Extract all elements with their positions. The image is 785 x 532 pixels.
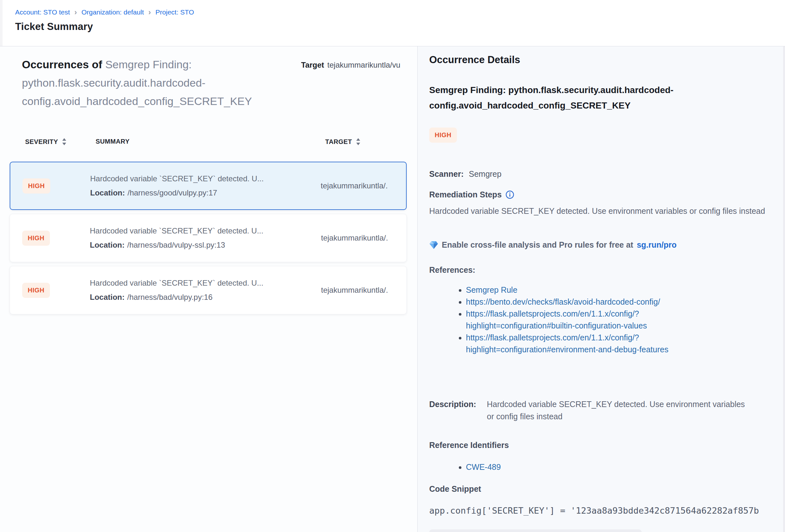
chevron-right-icon: ›	[148, 8, 152, 16]
severity-badge: HIGH	[23, 178, 50, 194]
left-edge-strip	[0, 0, 3, 46]
code-snippet-heading: Code Snippet	[429, 484, 481, 494]
finding-row[interactable]: HIGH Hardcoded variable `SECRET_KEY` det…	[10, 214, 407, 262]
gem-icon	[429, 241, 438, 249]
list-item: CWE-489	[466, 461, 501, 473]
details-finding-title: Semgrep Finding: python.flask.security.a…	[429, 82, 720, 113]
list-item: https://flask.palletsprojects.com/en/1.1…	[466, 308, 687, 332]
severity-cell: HIGH	[10, 231, 90, 246]
vertical-scrollbar[interactable]	[783, 46, 785, 532]
description-label: Description:	[429, 398, 478, 423]
sort-arrows-icon[interactable]	[356, 138, 361, 146]
breadcrumb-project[interactable]: Project: STO	[155, 8, 194, 16]
finding-row[interactable]: HIGH Hardcoded variable `SECRET_KEY` det…	[10, 266, 407, 314]
finding-summary: Hardcoded variable `SECRET_KEY` detected…	[90, 226, 321, 235]
list-item: Semgrep Rule	[466, 284, 687, 296]
details-heading: Occurrence Details	[429, 54, 520, 66]
column-label: SUMMARY	[96, 138, 129, 145]
finding-location: Location:/harness/good/vulpy.py:17	[90, 188, 321, 197]
page-title: Ticket Summary	[15, 21, 785, 32]
reference-link[interactable]: https://bento.dev/checks/flask/avoid-har…	[466, 297, 660, 306]
target-summary: Targettejakummarikuntla/vu	[301, 60, 417, 70]
info-circle-icon[interactable]	[506, 190, 514, 199]
breadcrumb: Account: STO test › Organization: defaul…	[15, 8, 785, 16]
references-list: Semgrep Rule https://bento.dev/checks/fl…	[429, 284, 687, 356]
occurrences-panel: Occurrences of Semgrep Finding: python.f…	[0, 46, 417, 532]
page-header: Account: STO test › Organization: defaul…	[0, 0, 785, 46]
remediation-steps-label: Remediation Steps	[429, 190, 502, 199]
location-label: Location:	[90, 240, 125, 249]
scanner-label: Scanner:	[429, 169, 464, 178]
summary-cell: Hardcoded variable `SECRET_KEY` detected…	[90, 174, 321, 197]
column-header-summary[interactable]: SUMMARY	[96, 138, 129, 145]
code-block-edge	[429, 529, 642, 532]
column-label: TARGET	[325, 138, 352, 146]
column-header-target[interactable]: TARGET	[325, 138, 361, 146]
target-cell: tejakummarikuntla/.	[321, 181, 406, 190]
location-value: /harness/bad/vulpy.py:16	[127, 293, 212, 301]
severity-badge: HIGH	[22, 283, 50, 298]
severity-cell: HIGH	[10, 283, 90, 298]
description-text: Hardcoded variable SECRET_KEY detected. …	[487, 398, 749, 423]
target-cell: tejakummarikuntla/.	[321, 286, 406, 295]
details-severity: HIGH	[429, 128, 457, 143]
pro-rules-promo: Enable cross-file analysis and Pro rules…	[429, 240, 677, 250]
remediation-text: Hardcoded variable SECRET_KEY detected. …	[429, 205, 782, 217]
target-value: tejakummarikuntla/vu	[327, 60, 401, 69]
cwe-link[interactable]: CWE-489	[466, 462, 501, 472]
reference-link[interactable]: Semgrep Rule	[466, 285, 517, 294]
location-label: Location:	[90, 188, 125, 197]
severity-cell: HIGH	[10, 178, 90, 194]
reference-identifiers-heading: Reference Identifiers	[429, 440, 509, 450]
list-item: https://bento.dev/checks/flask/avoid-har…	[466, 296, 687, 308]
description-row: Description: Hardcoded variable SECRET_K…	[429, 398, 749, 423]
remediation-steps-heading: Remediation Steps	[429, 190, 514, 199]
location-value: /harness/bad/vulpy-ssl.py:13	[127, 240, 225, 249]
breadcrumb-organization[interactable]: Organization: default	[81, 8, 144, 16]
occurrences-heading: Occurrences of Semgrep Finding: python.f…	[22, 55, 278, 110]
promo-link[interactable]: sg.run/pro	[637, 240, 677, 250]
finding-summary: Hardcoded variable `SECRET_KEY` detected…	[90, 279, 321, 287]
target-cell: tejakummarikuntla/.	[321, 233, 406, 243]
sort-arrows-icon[interactable]	[62, 138, 67, 146]
location-value: /harness/good/vulpy.py:17	[127, 188, 217, 197]
location-label: Location:	[90, 293, 125, 301]
chevron-right-icon: ›	[74, 8, 78, 16]
summary-cell: Hardcoded variable `SECRET_KEY` detected…	[90, 226, 321, 250]
column-header-severity[interactable]: SEVERITY	[25, 138, 67, 146]
reference-link[interactable]: https://flask.palletsprojects.com/en/1.1…	[466, 309, 647, 330]
occurrences-table-body: HIGH Hardcoded variable `SECRET_KEY` det…	[10, 162, 407, 318]
severity-badge: HIGH	[22, 231, 50, 246]
occurrence-details-panel: Occurrence Details Semgrep Finding: pyth…	[417, 46, 785, 532]
occurrences-heading-prefix: Occurrences of	[22, 58, 105, 71]
reference-identifiers-list: CWE-489	[429, 461, 501, 473]
severity-badge: HIGH	[429, 128, 457, 143]
finding-location: Location:/harness/bad/vulpy.py:16	[90, 293, 321, 302]
finding-summary: Hardcoded variable `SECRET_KEY` detected…	[90, 174, 321, 183]
summary-cell: Hardcoded variable `SECRET_KEY` detected…	[90, 279, 321, 302]
finding-row[interactable]: HIGH Hardcoded variable `SECRET_KEY` det…	[10, 162, 407, 210]
list-item: https://flask.palletsprojects.com/en/1.1…	[466, 332, 687, 356]
scanner-value: Semgrep	[469, 169, 501, 178]
reference-link[interactable]: https://flask.palletsprojects.com/en/1.1…	[466, 333, 668, 354]
code-snippet: app.config['SECRET_KEY'] = '123aa8a93bdd…	[429, 506, 785, 515]
column-label: SEVERITY	[25, 138, 58, 146]
promo-text: Enable cross-file analysis and Pro rules…	[442, 240, 633, 250]
target-label: Target	[301, 60, 324, 69]
finding-location: Location:/harness/bad/vulpy-ssl.py:13	[90, 240, 321, 250]
references-heading: References:	[429, 265, 475, 275]
breadcrumb-account[interactable]: Account: STO test	[15, 8, 70, 16]
scanner-row: Scanner:Semgrep	[429, 169, 501, 179]
occurrences-table-header: SEVERITY SUMMARY TARGET	[10, 138, 407, 149]
